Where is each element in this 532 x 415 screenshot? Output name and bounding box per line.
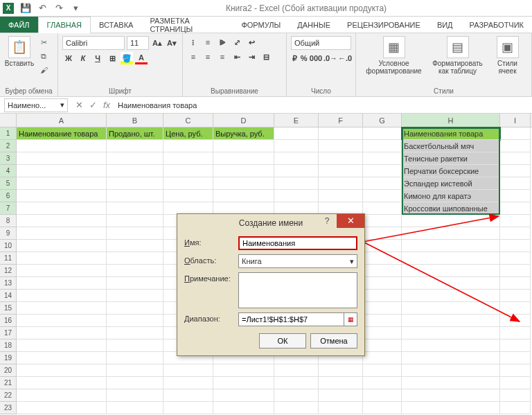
- cancel-button[interactable]: Отмена: [310, 333, 357, 348]
- cell-H12[interactable]: [402, 265, 500, 277]
- cell-B21[interactable]: [107, 377, 163, 389]
- tab-developer[interactable]: РАЗРАБОТЧИК: [461, 17, 532, 33]
- cell-B1[interactable]: Продано, шт.: [107, 127, 163, 140]
- cell-B19[interactable]: [107, 352, 163, 364]
- cell-G8[interactable]: [363, 215, 402, 227]
- cell-H5[interactable]: Эспандер кистевой: [402, 177, 500, 190]
- tab-home[interactable]: ГЛАВНАЯ: [38, 17, 91, 33]
- col-header-B[interactable]: B: [107, 114, 163, 127]
- cell-G9[interactable]: [363, 227, 402, 240]
- cell-H20[interactable]: [402, 364, 500, 377]
- italic-button[interactable]: К: [77, 52, 89, 64]
- cell-B3[interactable]: [107, 152, 163, 165]
- copy-icon[interactable]: ⧉: [37, 50, 50, 62]
- cell-B16[interactable]: [107, 315, 163, 327]
- cell-B4[interactable]: [107, 165, 163, 177]
- cell-B17[interactable]: [107, 327, 163, 339]
- cell-I3[interactable]: [500, 152, 531, 165]
- cell-I18[interactable]: [500, 339, 531, 352]
- align-bottom-icon[interactable]: ⫸: [216, 36, 229, 48]
- cell-E21[interactable]: [274, 377, 319, 389]
- row-header[interactable]: 19: [0, 352, 17, 364]
- cell-B13[interactable]: [107, 277, 163, 290]
- cancel-formula-icon[interactable]: ✕: [72, 100, 86, 110]
- row-header[interactable]: 23: [0, 402, 17, 414]
- cell-H4[interactable]: Перчатки боксерские: [402, 165, 500, 177]
- decrease-decimal-icon[interactable]: ←.0: [339, 52, 351, 64]
- cell-E2[interactable]: [274, 140, 319, 152]
- bold-button[interactable]: Ж: [62, 52, 75, 64]
- cell-B20[interactable]: [107, 364, 163, 377]
- row-header[interactable]: 17: [0, 327, 17, 339]
- cell-G5[interactable]: [363, 177, 402, 190]
- name-box[interactable]: Наимено...▾: [4, 98, 68, 112]
- row-header[interactable]: 7: [0, 202, 17, 215]
- row-header[interactable]: 10: [0, 240, 17, 252]
- conditional-formatting-button[interactable]: ▦ Условное форматирование: [364, 36, 425, 75]
- cell-H23[interactable]: [402, 402, 500, 414]
- tab-view[interactable]: ВИД: [429, 17, 461, 33]
- cell-G12[interactable]: [363, 265, 402, 277]
- cell-F2[interactable]: [319, 140, 363, 152]
- tab-data[interactable]: ДАННЫЕ: [289, 17, 339, 33]
- row-header[interactable]: 8: [0, 215, 17, 227]
- cell-H18[interactable]: [402, 339, 500, 352]
- name-input[interactable]: [238, 236, 357, 250]
- tab-insert[interactable]: ВСТАВКА: [91, 17, 141, 33]
- cell-I1[interactable]: [500, 127, 531, 140]
- enter-formula-icon[interactable]: ✓: [86, 100, 100, 110]
- cell-G2[interactable]: [363, 140, 402, 152]
- qat-customize-icon[interactable]: ▾: [68, 1, 83, 15]
- cell-F1[interactable]: [319, 127, 363, 140]
- cell-D2[interactable]: [213, 140, 274, 152]
- cell-F6[interactable]: [319, 190, 363, 202]
- row-header[interactable]: 3: [0, 152, 17, 165]
- cell-F22[interactable]: [319, 389, 363, 402]
- cell-F23[interactable]: [319, 402, 363, 414]
- percent-icon[interactable]: %: [301, 52, 308, 64]
- tab-formulas[interactable]: ФОРМУЛЫ: [233, 17, 289, 33]
- row-header[interactable]: 9: [0, 227, 17, 240]
- cell-D6[interactable]: [213, 190, 274, 202]
- cell-A13[interactable]: [17, 277, 107, 290]
- currency-icon[interactable]: ₽: [291, 52, 299, 64]
- cell-A17[interactable]: [17, 327, 107, 339]
- cell-A3[interactable]: [17, 152, 107, 165]
- cell-A20[interactable]: [17, 364, 107, 377]
- cell-F20[interactable]: [319, 364, 363, 377]
- cell-I22[interactable]: [500, 389, 531, 402]
- cell-styles-button[interactable]: ▣ Стили ячеек: [491, 36, 524, 75]
- cell-B8[interactable]: [107, 215, 163, 227]
- border-icon[interactable]: ⊞: [106, 52, 118, 64]
- cell-I9[interactable]: [500, 227, 531, 240]
- row-header[interactable]: 21: [0, 377, 17, 389]
- cell-H21[interactable]: [402, 377, 500, 389]
- indent-decrease-icon[interactable]: ⇤: [231, 51, 243, 63]
- row-header[interactable]: 22: [0, 389, 17, 402]
- cell-H11[interactable]: [402, 252, 500, 265]
- cell-C23[interactable]: [163, 402, 213, 414]
- cell-B7[interactable]: [107, 202, 163, 215]
- col-header-D[interactable]: D: [213, 114, 274, 127]
- cell-A16[interactable]: [17, 315, 107, 327]
- cell-I19[interactable]: [500, 352, 531, 364]
- cell-A19[interactable]: [17, 352, 107, 364]
- cell-G6[interactable]: [363, 190, 402, 202]
- cell-I2[interactable]: [500, 140, 531, 152]
- cell-G13[interactable]: [363, 277, 402, 290]
- cell-G10[interactable]: [363, 240, 402, 252]
- cell-E23[interactable]: [274, 402, 319, 414]
- font-color-icon[interactable]: A: [135, 52, 148, 64]
- cell-C4[interactable]: [163, 165, 213, 177]
- row-header[interactable]: 4: [0, 165, 17, 177]
- cell-I21[interactable]: [500, 377, 531, 389]
- row-header[interactable]: 5: [0, 177, 17, 190]
- cell-A12[interactable]: [17, 265, 107, 277]
- cell-H9[interactable]: [402, 227, 500, 240]
- align-left-icon[interactable]: ≡: [187, 51, 200, 63]
- formula-input[interactable]: Наименования товара: [114, 101, 532, 109]
- cell-C20[interactable]: [163, 364, 213, 377]
- orientation-icon[interactable]: ⤢: [231, 36, 243, 48]
- tab-file[interactable]: ФАЙЛ: [0, 17, 38, 33]
- indent-increase-icon[interactable]: ⇥: [245, 51, 258, 63]
